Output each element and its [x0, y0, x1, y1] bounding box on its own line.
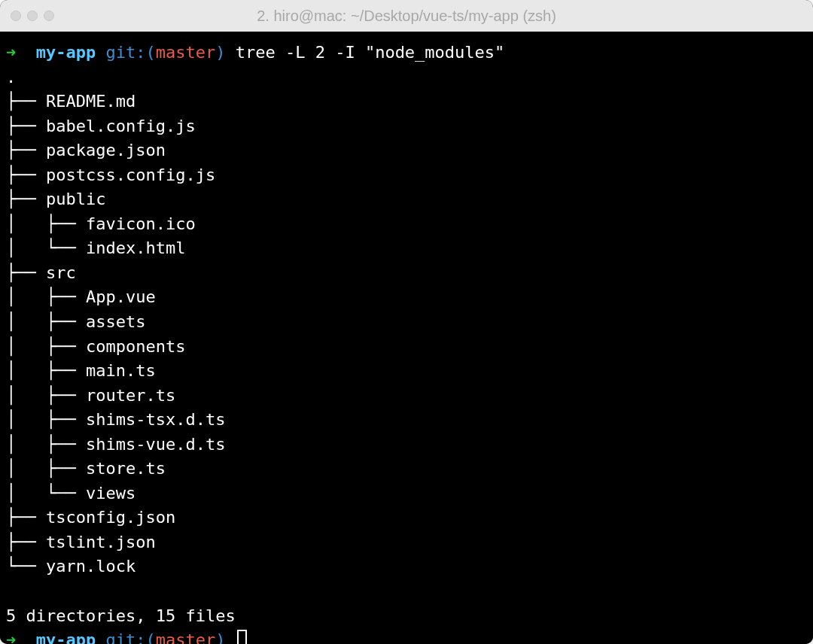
titlebar: 2. hiro@mac: ~/Desktop/vue-ts/my-app (zs… — [0, 0, 813, 32]
traffic-lights — [11, 11, 54, 21]
tree-line: │ ├── shims-tsx.d.ts — [6, 410, 225, 429]
tree-root: . — [6, 68, 16, 87]
prompt-arrow-icon: ➜ — [6, 43, 16, 62]
terminal-content[interactable]: ➜ my-app git:(master) tree -L 2 -I "node… — [0, 32, 813, 644]
tree-line: │ ├── shims-vue.d.ts — [6, 435, 225, 454]
tree-line: │ ├── main.ts — [6, 361, 156, 380]
window-title: 2. hiro@mac: ~/Desktop/vue-ts/my-app (zs… — [11, 8, 802, 25]
tree-line: ├── src — [6, 263, 76, 282]
prompt-git-label: git: — [105, 630, 145, 644]
tree-line: ├── public — [6, 190, 105, 208]
tree-line: │ ├── store.ts — [6, 459, 166, 478]
tree-line: │ ├── components — [6, 337, 185, 356]
tree-line: ├── README.md — [6, 92, 136, 111]
prompt-paren-close: ) — [215, 630, 225, 644]
tree-line: │ ├── App.vue — [6, 287, 156, 306]
tree-line: └── yarn.lock — [6, 557, 136, 576]
zoom-button[interactable] — [44, 11, 54, 21]
prompt-branch: master — [156, 630, 215, 644]
tree-line: │ ├── assets — [6, 312, 145, 331]
command-text: tree -L 2 -I "node_modules" — [236, 43, 505, 62]
prompt-arrow-icon: ➜ — [6, 630, 16, 644]
prompt-branch: master — [156, 43, 215, 62]
cursor — [237, 630, 247, 644]
tree-line: │ └── index.html — [6, 238, 185, 257]
tree-line: │ ├── favicon.ico — [6, 214, 196, 233]
tree-summary: 5 directories, 15 files — [6, 606, 236, 625]
tree-line: ├── babel.config.js — [6, 117, 196, 135]
minimize-button[interactable] — [27, 11, 38, 21]
tree-line: ├── tslint.json — [6, 533, 156, 551]
prompt-paren-open: ( — [145, 630, 155, 644]
prompt-directory: my-app — [36, 43, 96, 62]
terminal-window: 2. hiro@mac: ~/Desktop/vue-ts/my-app (zs… — [0, 0, 813, 644]
prompt-paren-open: ( — [145, 43, 155, 62]
prompt-git-label: git: — [105, 43, 145, 62]
prompt-directory: my-app — [36, 630, 96, 644]
tree-line: ├── postcss.config.js — [6, 166, 215, 184]
tree-line: ├── tsconfig.json — [6, 508, 175, 527]
prompt-paren-close: ) — [215, 43, 225, 62]
tree-line: │ ├── router.ts — [6, 386, 175, 405]
close-button[interactable] — [11, 11, 21, 21]
tree-line: │ └── views — [6, 484, 136, 503]
tree-line: ├── package.json — [6, 141, 166, 159]
